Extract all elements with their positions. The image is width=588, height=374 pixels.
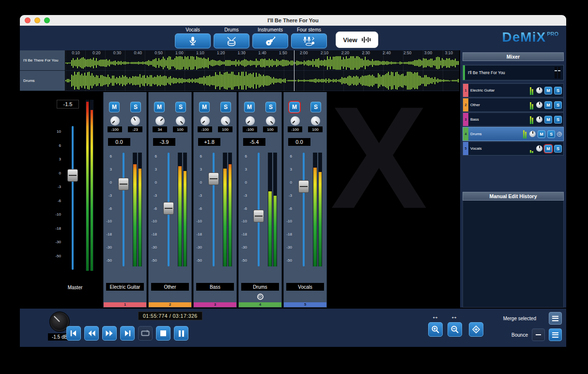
- solo-button[interactable]: S: [547, 130, 555, 138]
- zoom-window-button[interactable]: [44, 17, 50, 23]
- stop-button[interactable]: [156, 326, 170, 341]
- panel-row-other[interactable]: 2 Other M S: [463, 98, 564, 112]
- close-window-button[interactable]: [25, 17, 31, 23]
- edit-history-list[interactable]: [463, 201, 564, 308]
- master-fader-scale: 10630-3-6-10-18-30-50: [53, 130, 61, 258]
- fast-forward-button[interactable]: [102, 326, 117, 341]
- view-button[interactable]: View: [336, 31, 378, 48]
- rewind-button[interactable]: [84, 326, 99, 341]
- solo-button[interactable]: S: [175, 102, 186, 112]
- solo-button[interactable]: S: [265, 102, 276, 112]
- pan-knob[interactable]: [536, 145, 542, 152]
- stem-label-instruments: Instruments: [258, 27, 283, 32]
- traffic-lights: [25, 17, 50, 23]
- selected-stem-icon[interactable]: [257, 294, 263, 300]
- vocals-stem-button[interactable]: [175, 33, 211, 48]
- mute-button[interactable]: M: [544, 87, 552, 94]
- mute-button[interactable]: M: [544, 101, 552, 109]
- gain-value[interactable]: 0.0: [288, 138, 310, 146]
- loop-button[interactable]: [138, 326, 153, 341]
- fader-scale: 630-3-6-10-18-30-50: [104, 155, 112, 263]
- width-knob[interactable]: [221, 116, 230, 125]
- solo-button[interactable]: S: [130, 102, 141, 112]
- track-number-badge: 5: [463, 142, 468, 155]
- gain-value[interactable]: 0.0: [108, 138, 130, 146]
- gain-value[interactable]: -5.4: [243, 138, 265, 146]
- pan-knob[interactable]: [201, 116, 210, 125]
- panel-row-vocals[interactable]: 5 Vocals M S: [463, 141, 564, 156]
- timeline-track-label[interactable]: Drums: [20, 71, 65, 91]
- timeline-track-label[interactable]: I'll Be There For You: [20, 50, 65, 71]
- fader-handle[interactable]: [118, 178, 129, 190]
- merge-selected-button[interactable]: [549, 312, 562, 325]
- drums-stem-button[interactable]: [214, 33, 249, 48]
- fader-handle[interactable]: [208, 172, 219, 185]
- solo-button[interactable]: S: [310, 102, 321, 112]
- pan-knob[interactable]: [536, 102, 542, 108]
- mixer-panel-header: Mixer: [463, 52, 564, 61]
- mute-button[interactable]: M: [244, 102, 255, 112]
- solo-button[interactable]: S: [554, 145, 562, 153]
- mute-button[interactable]: M: [289, 102, 300, 112]
- mute-button[interactable]: M: [109, 102, 120, 112]
- zoom-out-button[interactable]: [448, 322, 462, 337]
- waveform-track-drums[interactable]: [65, 71, 459, 91]
- width-knob[interactable]: [311, 116, 320, 125]
- stem-label-four-stems: Four stems: [297, 27, 321, 32]
- waveform: [65, 71, 459, 91]
- selected-stem-icon[interactable]: [557, 132, 562, 137]
- bounce-remove-button[interactable]: [532, 328, 545, 341]
- panel-row-electric-guitar[interactable]: 1 Electric Guitar M S: [463, 83, 564, 97]
- mute-button[interactable]: M: [538, 130, 545, 138]
- mute-button[interactable]: M: [544, 145, 552, 153]
- pan-knob[interactable]: [155, 116, 165, 125]
- main-track-color-edge: [463, 65, 465, 80]
- fader-handle[interactable]: [253, 210, 264, 222]
- mute-button[interactable]: M: [544, 116, 552, 124]
- horizontal-zoom-arrow-icon: ↔: [432, 312, 439, 320]
- mute-button[interactable]: M: [199, 102, 210, 112]
- level-meter: [133, 153, 142, 266]
- pan-knob[interactable]: [536, 116, 542, 123]
- skip-end-button[interactable]: [120, 326, 135, 341]
- width-knob[interactable]: [176, 116, 185, 125]
- four-stems-button[interactable]: [291, 33, 327, 48]
- channel-name: Other: [151, 283, 189, 291]
- fader-handle[interactable]: [298, 180, 309, 193]
- timeline-ruler[interactable]: 0:100:200:300:400:501:001:101:201:301:40…: [65, 50, 459, 56]
- playhead[interactable]: [294, 50, 294, 91]
- pan-knob[interactable]: [246, 116, 255, 125]
- pause-button[interactable]: [174, 326, 188, 341]
- panel-row-drums[interactable]: 4 Drums M S: [463, 127, 564, 141]
- width-knob[interactable]: [266, 116, 275, 125]
- bounce-menu-button[interactable]: [549, 328, 562, 341]
- fader-handle[interactable]: [163, 202, 174, 215]
- instruments-stem-button[interactable]: [252, 33, 288, 48]
- menu-lines-icon: [552, 316, 558, 321]
- level-meter: [178, 153, 187, 266]
- width-knob[interactable]: [131, 116, 140, 125]
- pan-knob[interactable]: [536, 87, 542, 94]
- gain-value[interactable]: +1.8: [198, 138, 220, 146]
- main-track-row[interactable]: I'll Be There For You: [463, 65, 564, 80]
- solo-button[interactable]: S: [554, 116, 562, 124]
- solo-button[interactable]: S: [220, 102, 231, 112]
- skip-start-button[interactable]: [66, 326, 81, 341]
- mute-button[interactable]: M: [154, 102, 165, 112]
- master-gain-value[interactable]: -1.5: [57, 100, 79, 109]
- solo-button[interactable]: S: [554, 87, 562, 94]
- zoom-fit-button[interactable]: [469, 322, 483, 337]
- channel-color-bar: 5: [284, 302, 326, 307]
- channel-color-bar: 4: [239, 302, 281, 307]
- gain-value[interactable]: -3.9: [153, 138, 175, 146]
- master-fader-handle[interactable]: [67, 169, 78, 182]
- pan-knob[interactable]: [291, 116, 300, 125]
- minimize-window-button[interactable]: [34, 17, 40, 23]
- skip-end-icon: [123, 329, 132, 338]
- pan-knob[interactable]: [110, 116, 120, 125]
- zoom-in-button[interactable]: [428, 322, 443, 337]
- solo-button[interactable]: S: [554, 101, 562, 109]
- panel-row-bass[interactable]: 3 Bass M S: [463, 112, 564, 126]
- timeline-waveform-area[interactable]: 0:100:200:300:400:501:001:101:201:301:40…: [65, 50, 459, 91]
- pan-knob[interactable]: [529, 131, 536, 137]
